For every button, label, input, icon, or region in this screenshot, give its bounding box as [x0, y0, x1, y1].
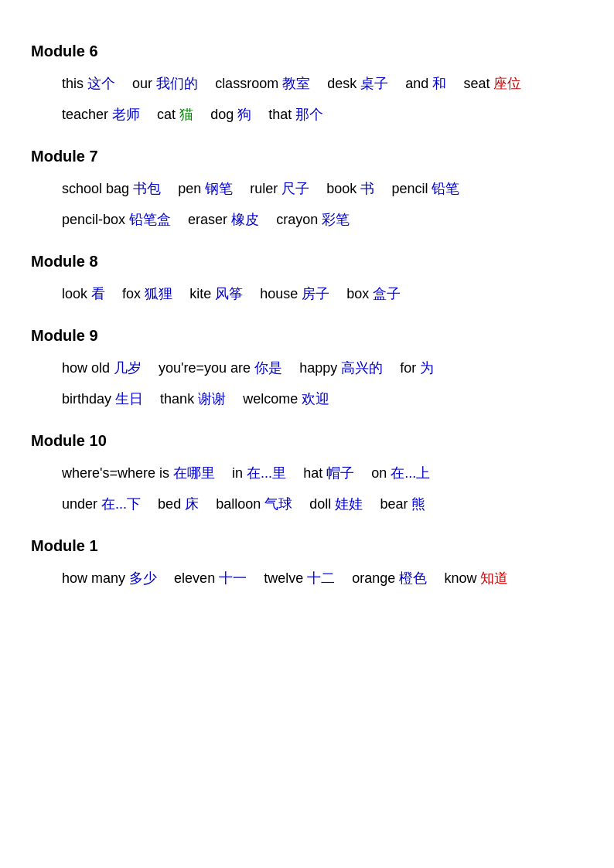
word-that: that — [268, 107, 292, 122]
module-9-title: Module 9 — [31, 322, 583, 349]
word-on: on — [371, 465, 387, 481]
word-pen: pen — [178, 181, 201, 196]
zh-doll: 娃娃 — [335, 496, 363, 512]
word-thank: thank — [160, 391, 194, 407]
word-under: under — [62, 496, 97, 512]
zh-how-old: 几岁 — [114, 360, 142, 376]
zh-seat: 座位 — [493, 76, 521, 91]
module-6-line-1: this 这个 our 我们的 classroom 教室 desk 桌子 and… — [31, 70, 583, 97]
zh-box: 盒子 — [373, 286, 401, 301]
zh-on: 在...上 — [391, 465, 430, 481]
word-balloon: balloon — [216, 496, 261, 512]
zh-and: 和 — [432, 76, 446, 91]
module-7-line-2: pencil-box 铅笔盒 eraser 橡皮 crayon 彩笔 — [31, 206, 583, 233]
word-twelve: twelve — [264, 570, 303, 586]
word-how-many: how many — [62, 570, 125, 586]
zh-desk: 桌子 — [360, 76, 388, 91]
word-house: house — [260, 286, 298, 301]
zh-pen: 钢笔 — [205, 181, 233, 196]
word-this: this — [62, 76, 84, 91]
zh-under: 在...下 — [101, 496, 141, 512]
word-and: and — [405, 76, 428, 91]
word-bed: bed — [158, 496, 181, 512]
page-content: Module 6 this 这个 our 我们的 classroom 教室 de… — [31, 37, 583, 592]
word-in: in — [232, 465, 243, 481]
word-our: our — [132, 76, 152, 91]
module-10: Module 10 where's=where is 在哪里 in 在...里 … — [31, 427, 583, 518]
module-6: Module 6 this 这个 our 我们的 classroom 教室 de… — [31, 37, 583, 128]
zh-look: 看 — [91, 286, 105, 301]
zh-twelve: 十二 — [307, 570, 335, 586]
module-10-title: Module 10 — [31, 427, 583, 454]
word-happy: happy — [299, 360, 337, 376]
module-9-line-2: birthday 生日 thank 谢谢 welcome 欢迎 — [31, 385, 583, 413]
word-teacher: teacher — [62, 107, 108, 122]
zh-kite: 风筝 — [215, 286, 243, 301]
module-1-line-1: how many 多少 eleven 十一 twelve 十二 orange 橙… — [31, 564, 583, 592]
word-eraser: eraser — [188, 212, 227, 227]
zh-ruler: 尺子 — [281, 181, 309, 196]
word-how-old: how old — [62, 360, 110, 376]
zh-our: 我们的 — [156, 76, 198, 91]
word-orange: orange — [352, 570, 395, 586]
zh-bear: 熊 — [411, 496, 425, 512]
word-fox: fox — [122, 286, 141, 301]
zh-youre: 你是 — [254, 360, 282, 376]
zh-wheres: 在哪里 — [173, 465, 215, 481]
zh-teacher: 老师 — [112, 107, 140, 122]
module-7-line-1: school bag 书包 pen 钢笔 ruler 尺子 book 书 pen… — [31, 175, 583, 203]
zh-eraser: 橡皮 — [231, 212, 259, 227]
zh-house: 房子 — [302, 286, 329, 301]
zh-pencil-box: 铅笔盒 — [129, 212, 171, 227]
module-8-title: Module 8 — [31, 247, 583, 275]
zh-in: 在...里 — [247, 465, 286, 481]
zh-welcome: 欢迎 — [302, 391, 329, 407]
word-seat: seat — [463, 76, 489, 91]
module-10-line-1: where's=where is 在哪里 in 在...里 hat 帽子 on … — [31, 459, 583, 487]
zh-balloon: 气球 — [264, 496, 292, 512]
module-9: Module 9 how old 几岁 you're=you are 你是 ha… — [31, 322, 583, 413]
word-box: box — [346, 286, 369, 301]
word-know: know — [444, 570, 476, 586]
zh-cat: 猫 — [179, 107, 193, 122]
word-classroom: classroom — [215, 76, 278, 91]
zh-book: 书 — [360, 181, 374, 196]
word-crayon: crayon — [276, 212, 318, 227]
zh-happy: 高兴的 — [341, 360, 383, 376]
word-bear: bear — [380, 496, 408, 512]
word-wheres: where's=where is — [62, 465, 169, 481]
word-eleven: eleven — [174, 570, 215, 586]
module-6-title: Module 6 — [31, 37, 583, 65]
zh-pencil: 铅笔 — [432, 181, 459, 196]
word-pencil-box: pencil-box — [62, 212, 125, 227]
module-10-line-2: under 在...下 bed 床 balloon 气球 doll 娃娃 bea… — [31, 490, 583, 518]
zh-that: 那个 — [295, 107, 323, 122]
word-book: book — [326, 181, 356, 196]
word-birthday: birthday — [62, 391, 111, 407]
zh-this: 这个 — [87, 76, 115, 91]
word-doll: doll — [309, 496, 331, 512]
word-ruler: ruler — [250, 181, 278, 196]
zh-school-bag: 书包 — [133, 181, 161, 196]
word-look: look — [62, 286, 87, 301]
module-9-line-1: how old 几岁 you're=you are 你是 happy 高兴的 f… — [31, 354, 583, 382]
zh-eleven: 十一 — [219, 570, 247, 586]
word-for: for — [400, 360, 416, 376]
module-8-line-1: look 看 fox 狐狸 kite 风筝 house 房子 box 盒子 — [31, 280, 583, 308]
zh-crayon: 彩笔 — [322, 212, 350, 227]
module-1-title: Module 1 — [31, 532, 583, 560]
module-7-title: Module 7 — [31, 142, 583, 170]
word-kite: kite — [189, 286, 211, 301]
zh-know: 知道 — [480, 570, 508, 586]
word-hat: hat — [303, 465, 322, 481]
word-desk: desk — [327, 76, 356, 91]
zh-orange: 橙色 — [399, 570, 427, 586]
word-youre: you're=you are — [159, 360, 251, 376]
zh-how-many: 多少 — [129, 570, 157, 586]
module-6-line-2: teacher 老师 cat 猫 dog 狗 that 那个 — [31, 100, 583, 128]
word-school-bag: school bag — [62, 181, 129, 196]
word-welcome: welcome — [243, 391, 298, 407]
zh-birthday: 生日 — [115, 391, 143, 407]
zh-hat: 帽子 — [326, 465, 354, 481]
zh-bed: 床 — [185, 496, 199, 512]
